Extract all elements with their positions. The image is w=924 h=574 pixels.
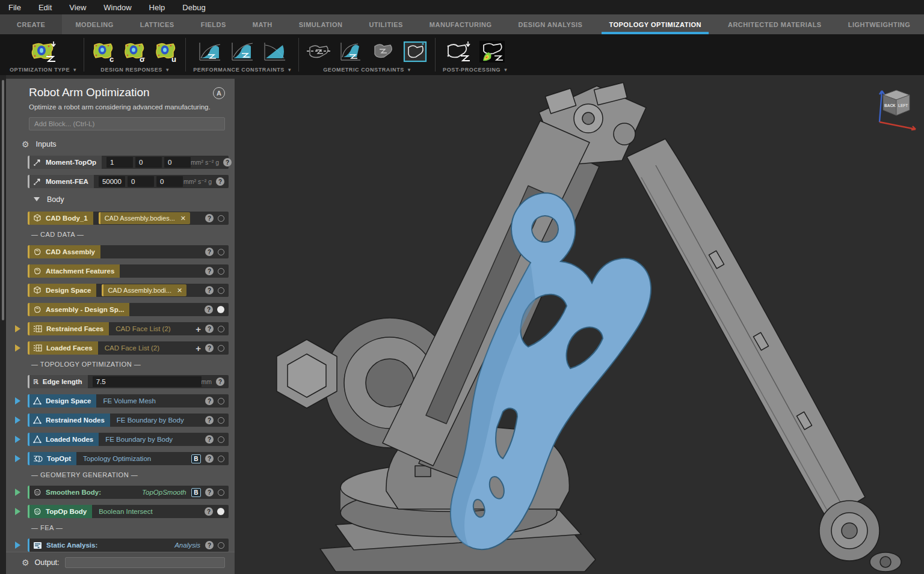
result-field-view-icon[interactable]: [479, 40, 505, 63]
compliance-response-icon[interactable]: c: [91, 40, 116, 63]
robot-arm-model[interactable]: BACK LEFT: [235, 75, 924, 574]
design-space-fe-label[interactable]: Design Space: [28, 394, 96, 408]
moment-topop-label[interactable]: Moment-TopOp: [28, 156, 102, 169]
visibility-toggle-on[interactable]: [217, 306, 224, 313]
edge-length-value[interactable]: 7.5: [93, 376, 202, 387]
tab-architected-materials[interactable]: ARCHITECTED MATERIALS: [715, 14, 835, 34]
attachment-features-label[interactable]: Attachment Features: [28, 264, 120, 278]
add-icon[interactable]: +: [196, 325, 201, 334]
help-icon[interactable]: ?: [205, 488, 214, 496]
help-icon[interactable]: ?: [205, 454, 214, 463]
expand-triangle-icon[interactable]: [15, 455, 20, 462]
tab-utilities[interactable]: UTILITIES: [356, 14, 416, 34]
visibility-toggle[interactable]: [218, 417, 224, 424]
menu-edit[interactable]: Edit: [38, 3, 62, 12]
viewport-3d[interactable]: BACK LEFT: [235, 75, 924, 574]
expand-triangle-icon[interactable]: [15, 397, 20, 405]
overhang-constraint-icon[interactable]: [339, 40, 364, 63]
static-analysis-label[interactable]: Static Analysis:: [28, 539, 103, 552]
visibility-toggle[interactable]: [218, 249, 224, 255]
tab-fields[interactable]: FIELDS: [188, 14, 239, 34]
frequency-constraint-icon[interactable]: [262, 40, 288, 63]
tab-math[interactable]: MATH: [239, 14, 286, 34]
moment-fea-label[interactable]: Moment-FEA: [28, 175, 94, 188]
visibility-toggle[interactable]: [218, 489, 224, 496]
visibility-toggle[interactable]: [218, 268, 224, 275]
restrained-faces-label[interactable]: Restrained Faces: [28, 322, 109, 335]
boundary-badge[interactable]: B: [191, 488, 201, 497]
auto-update-icon[interactable]: A: [213, 87, 225, 99]
tab-create[interactable]: CREATE: [0, 14, 62, 34]
chevron-down-icon[interactable]: ▾: [166, 67, 169, 73]
help-icon[interactable]: ?: [205, 435, 214, 444]
help-icon[interactable]: ?: [205, 344, 214, 352]
visibility-toggle[interactable]: [218, 215, 224, 222]
visibility-toggle[interactable]: [218, 436, 224, 443]
tab-manufacturing[interactable]: MANUFACTURING: [416, 14, 505, 34]
expand-triangle-icon[interactable]: [15, 542, 20, 549]
chevron-down-icon[interactable]: ▾: [408, 67, 411, 73]
view-cube[interactable]: BACK LEFT: [879, 90, 916, 130]
stress-constraint-icon[interactable]: [230, 40, 255, 63]
assembly-design-space-label[interactable]: Assembly - Design Sp...: [28, 303, 129, 316]
stress-response-icon[interactable]: σ: [123, 40, 147, 63]
help-icon[interactable]: ?: [223, 158, 232, 166]
help-icon[interactable]: ?: [205, 507, 213, 516]
help-icon[interactable]: ?: [205, 248, 214, 256]
topopt-label[interactable]: TopOpt: [28, 452, 76, 465]
export-optimized-body-icon[interactable]: [445, 40, 472, 63]
chevron-down-icon[interactable]: ▾: [288, 67, 291, 73]
moment-fea-z[interactable]: 0: [156, 176, 183, 187]
tab-topology-optimization[interactable]: TOPOLOGY OPTIMIZATION: [596, 14, 715, 34]
expand-triangle-icon[interactable]: [15, 508, 20, 515]
help-icon[interactable]: ?: [216, 377, 224, 386]
menu-debug[interactable]: Debug: [182, 3, 215, 12]
help-icon[interactable]: ?: [205, 325, 214, 333]
expand-triangle-icon[interactable]: [15, 344, 20, 352]
help-icon[interactable]: ?: [205, 286, 214, 295]
visibility-toggle[interactable]: [218, 542, 224, 549]
help-icon[interactable]: ?: [216, 177, 224, 186]
domain-constraint-icon[interactable]: [402, 40, 428, 63]
close-icon[interactable]: ✕: [177, 287, 182, 295]
output-field[interactable]: [65, 557, 225, 568]
smoothen-body-label[interactable]: Smoothen Body:: [28, 486, 106, 499]
visibility-toggle[interactable]: [218, 326, 224, 332]
visibility-toggle[interactable]: [218, 456, 224, 462]
help-icon[interactable]: ?: [205, 267, 214, 275]
cad-assembly-label[interactable]: CAD Assembly: [28, 245, 100, 258]
moment-topop-y[interactable]: 0: [135, 157, 162, 168]
cad-body-label[interactable]: CAD Body_1: [28, 212, 93, 225]
moment-topop-z[interactable]: 0: [164, 157, 191, 168]
panel-scrollbar[interactable]: [0, 75, 6, 574]
visibility-toggle[interactable]: [218, 398, 224, 405]
design-space-label[interactable]: Design Space: [28, 284, 96, 297]
symmetry-constraint-icon[interactable]: [306, 40, 331, 63]
tab-design-analysis[interactable]: DESIGN ANALYSIS: [505, 14, 596, 34]
displacement-response-icon[interactable]: u: [154, 40, 178, 63]
member-size-constraint-icon[interactable]: [371, 40, 395, 63]
menu-view[interactable]: View: [69, 3, 96, 12]
boundary-badge[interactable]: B: [191, 454, 201, 463]
menu-window[interactable]: Window: [103, 3, 141, 12]
close-icon[interactable]: ✕: [180, 215, 186, 222]
moment-topop-x[interactable]: 1: [106, 157, 133, 168]
restrained-nodes-label[interactable]: Restrained Nodes: [28, 414, 110, 427]
tab-simulation[interactable]: SIMULATION: [286, 14, 356, 34]
moment-fea-y[interactable]: 0: [128, 176, 154, 187]
edge-length-label[interactable]: ℝ Edge length: [28, 375, 88, 388]
loaded-nodes-label[interactable]: Loaded Nodes: [28, 433, 99, 446]
visibility-toggle-on[interactable]: [217, 508, 224, 515]
cad-body-reference-chip[interactable]: CAD Assembly.bodies...✕: [99, 212, 190, 224]
help-icon[interactable]: ?: [205, 416, 214, 424]
expand-triangle-icon[interactable]: [15, 436, 20, 443]
add-block-input[interactable]: Add Block... (Ctrl-L): [29, 117, 225, 130]
expand-triangle-icon[interactable]: [15, 417, 20, 424]
menu-help[interactable]: Help: [149, 3, 176, 12]
menu-file[interactable]: File: [8, 3, 31, 12]
stiffness-constraint-icon[interactable]: [197, 40, 223, 63]
chevron-down-icon[interactable]: ▾: [73, 67, 76, 73]
view-cube-left-face[interactable]: LEFT: [898, 103, 908, 108]
visibility-toggle[interactable]: [218, 345, 224, 352]
view-cube-back-face[interactable]: BACK: [884, 103, 896, 108]
